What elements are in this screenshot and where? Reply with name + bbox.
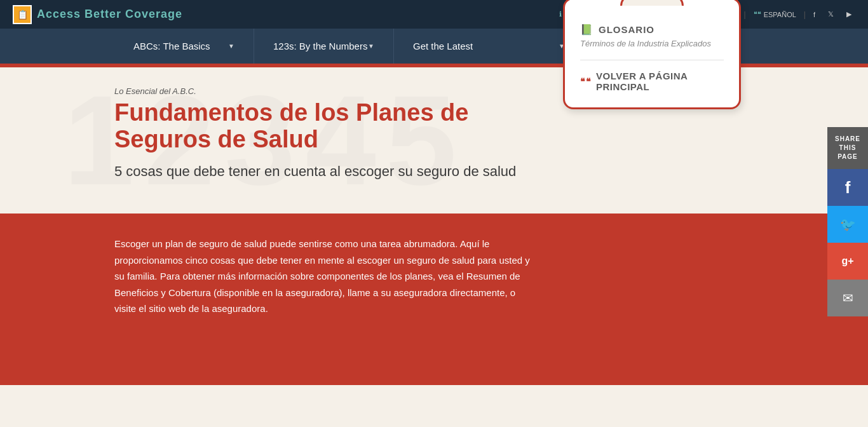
nav-item-abcs[interactable]: ABCs: The Basics ▼ — [114, 29, 254, 64]
email-share-button[interactable]: ✉ — [827, 280, 868, 316]
clipboard-card: 📗 GLOSARIO Términos de la Industria Expl… — [563, 0, 741, 109]
logo-icon: 📋 — [13, 5, 32, 24]
nav-label-123s: 123s: By the Numbers — [273, 41, 367, 51]
googleplus-share-button[interactable]: g+ — [827, 243, 868, 280]
hero-description: 5 cosas que debe tener en cuenta al esco… — [114, 162, 572, 182]
logo-area[interactable]: 📋 Access Better Coverage — [13, 5, 182, 24]
facebook-top-icon[interactable]: f — [810, 11, 819, 18]
nav-label-abcs: ABCs: The Basics — [133, 41, 210, 51]
divider-4: | — [804, 10, 806, 19]
hero-section: 1 2 3 4 5 Lo Esencial del A.B.C. Fundame… — [0, 67, 868, 214]
info-icon: ℹ — [559, 10, 562, 18]
share-sidebar: SHARE THIS PAGE f 🐦 g+ ✉ — [827, 127, 868, 316]
dropdown-arrow-abcs: ▼ — [228, 43, 234, 50]
red-section: Escoger un plan de seguro de salud puede… — [0, 214, 868, 385]
card-volver-section[interactable]: ❝❝ VOLVER A PÁGINA PRINCIPAL — [580, 71, 724, 92]
hero-content: Lo Esencial del A.B.C. Fundamentos de lo… — [114, 86, 572, 181]
card-glosario-section: 📗 GLOSARIO Términos de la Industria Expl… — [580, 24, 724, 60]
card-glosario-subtitle: Términos de la Industria Explicados — [580, 38, 724, 50]
facebook-share-button[interactable]: f — [827, 169, 868, 206]
nav-label-get-latest: Get the Latest — [413, 41, 473, 51]
red-body-text: Escoger un plan de seguro de salud puede… — [114, 236, 534, 317]
quote-card-icon: ❝❝ — [580, 76, 591, 86]
espanol-link[interactable]: ❝❝ ESPAÑOL — [750, 10, 800, 18]
youtube-top-icon[interactable]: ▶ — [843, 10, 855, 18]
book-card-icon: 📗 — [580, 24, 593, 36]
twitter-share-button[interactable]: 🐦 — [827, 206, 868, 243]
dropdown-arrow-123s: ▼ — [368, 43, 374, 50]
hero-title: Fundamentos de los Planes de Seguros de … — [114, 100, 572, 153]
clipboard-arch — [620, 0, 684, 6]
quote-icon: ❝❝ — [754, 10, 761, 18]
divider-3: | — [744, 10, 746, 19]
social-icons: f 𝕏 ▶ — [810, 10, 855, 18]
site-title: Access Better Coverage — [37, 8, 182, 21]
nav-item-get-latest[interactable]: Get the Latest ▼ — [394, 29, 585, 64]
nav-spacer — [0, 29, 114, 64]
nav-item-123s[interactable]: 123s: By the Numbers ▼ — [254, 29, 394, 64]
card-glosario-title: 📗 GLOSARIO — [580, 24, 724, 36]
volver-link[interactable]: ❝❝ VOLVER A PÁGINA PRINCIPAL — [580, 71, 724, 92]
card-content: 📗 GLOSARIO Términos de la Industria Expl… — [580, 24, 724, 92]
share-label: SHARE THIS PAGE — [827, 127, 868, 169]
hero-subtitle: Lo Esencial del A.B.C. — [114, 86, 572, 96]
twitter-top-icon[interactable]: 𝕏 — [824, 10, 837, 18]
